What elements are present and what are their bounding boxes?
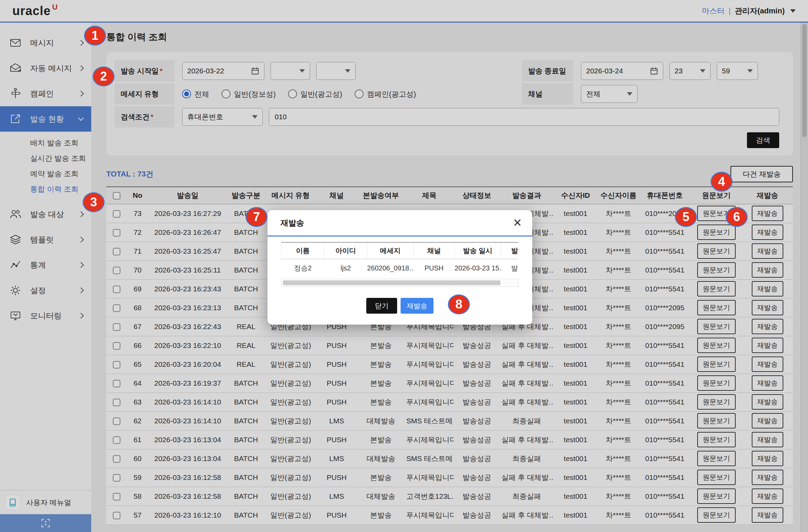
sidebar-item-monitoring[interactable]: 모니터링 (0, 303, 91, 328)
sidebar-item-batch-send[interactable]: 배치 발송 조회 (0, 135, 91, 150)
view-original-button[interactable]: 원문보기 (697, 488, 736, 504)
row-resend-button[interactable]: 재발송 (752, 206, 783, 221)
row-checkbox[interactable] (113, 493, 120, 500)
radio-general-ad[interactable]: 일반(광고성) (288, 89, 342, 99)
bulk-resend-button[interactable]: 다건 재발송 (730, 166, 793, 182)
view-original-button[interactable]: 원문보기 (697, 319, 736, 334)
row-checkbox[interactable] (113, 304, 120, 312)
end-hour-select[interactable]: 23 (669, 62, 711, 80)
row-resend-button[interactable]: 재발송 (752, 470, 783, 485)
search-button[interactable]: 검색 (747, 132, 779, 148)
sidebar-item-label: 모니터링 (30, 311, 79, 321)
sidebar-item-campaign[interactable]: 캠페인 (0, 81, 91, 106)
search-condition-select[interactable]: 휴대폰번호 (182, 108, 263, 126)
row-checkbox[interactable] (113, 455, 120, 463)
column-header: 발송일 (148, 187, 227, 204)
view-original-button[interactable]: 원문보기 (697, 281, 736, 297)
row-resend-button[interactable]: 재발송 (752, 281, 783, 297)
view-original-button[interactable]: 원문보기 (697, 300, 736, 315)
row-resend-button[interactable]: 재발송 (752, 488, 783, 504)
sidebar-item-statistics[interactable]: 통계 (0, 252, 91, 278)
sidebar-collapse-bar[interactable] (0, 514, 91, 532)
row-resend-button[interactable]: 재발송 (752, 225, 783, 240)
row-checkbox[interactable] (113, 436, 120, 444)
row-checkbox[interactable] (113, 361, 120, 368)
sidebar-item-message[interactable]: 메시지 (0, 30, 91, 56)
row-checkbox[interactable] (113, 229, 120, 237)
view-original-button[interactable]: 원문보기 (697, 243, 736, 259)
view-original-button[interactable]: 원문보기 (697, 432, 736, 447)
radio-general-info[interactable]: 일반(정보성) (222, 89, 276, 99)
auto-envelope-icon (10, 62, 21, 74)
sidebar-item-realtime-send[interactable]: 실시간 발송 조회 (0, 150, 91, 166)
sidebar-item-auto-message[interactable]: 자동 메시지 (0, 56, 91, 81)
page-scrollbar[interactable] (800, 23, 808, 532)
cell-checkbox (106, 279, 127, 298)
view-original-button[interactable]: 원문보기 (697, 225, 736, 240)
admin-user-label[interactable]: 관리자(admin) (735, 6, 785, 16)
row-resend-button[interactable]: 재발송 (752, 432, 783, 447)
radio-all[interactable]: 전체 (182, 89, 209, 99)
row-checkbox[interactable] (113, 210, 120, 218)
cell-no: 73 (127, 204, 148, 223)
row-checkbox[interactable] (113, 267, 120, 274)
view-original-button[interactable]: 원문보기 (697, 451, 736, 466)
user-dropdown-caret-icon[interactable] (790, 9, 796, 13)
close-icon[interactable]: ✕ (513, 217, 522, 228)
sidebar-item-unified-history[interactable]: 통합 이력 조회 (0, 181, 91, 197)
search-text-input[interactable] (269, 108, 779, 126)
select-all-checkbox[interactable] (113, 192, 120, 200)
view-original-button[interactable]: 원문보기 (697, 262, 736, 278)
view-original-button[interactable]: 원문보기 (697, 507, 736, 523)
view-original-button[interactable]: 원문보기 (697, 470, 736, 485)
row-resend-button[interactable]: 재발송 (752, 262, 783, 278)
row-resend-button[interactable]: 재발송 (752, 413, 783, 428)
modal-close-button[interactable]: 닫기 (366, 298, 397, 314)
row-resend-button[interactable]: 재발송 (752, 375, 783, 391)
row-checkbox[interactable] (113, 286, 120, 293)
row-resend-button[interactable]: 재발송 (752, 356, 783, 372)
annotation-badge-6: 6 (726, 207, 748, 227)
modal-resend-button[interactable]: 재발송 (401, 298, 433, 314)
modal-horizontal-scrollbar[interactable] (281, 279, 519, 287)
row-checkbox[interactable] (113, 248, 120, 255)
row-resend-button[interactable]: 재발송 (752, 338, 783, 353)
radio-icon (288, 89, 297, 98)
sidebar-item-send-target[interactable]: 발송 대상 (0, 202, 91, 227)
row-resend-button[interactable]: 재발송 (752, 507, 783, 523)
row-checkbox[interactable] (113, 399, 120, 406)
row-resend-button[interactable]: 재발송 (752, 300, 783, 315)
sidebar-item-send-status[interactable]: 발송 현황 (0, 106, 91, 132)
master-link[interactable]: 마스터 (702, 6, 725, 16)
user-manual-row[interactable]: 사용자 메뉴얼 (0, 490, 91, 514)
view-original-button[interactable]: 원문보기 (697, 413, 736, 428)
start-minute-select[interactable] (316, 62, 356, 80)
row-resend-button[interactable]: 재발송 (752, 243, 783, 259)
modal-scrollbar-thumb[interactable] (283, 280, 500, 285)
channel-select[interactable]: 전체 (581, 85, 638, 103)
view-original-button[interactable]: 원문보기 (697, 338, 736, 353)
end-minute-select[interactable]: 59 (717, 62, 758, 80)
end-date-input[interactable]: 2026-03-24 (581, 62, 663, 80)
row-checkbox[interactable] (113, 474, 120, 482)
row-checkbox[interactable] (113, 342, 120, 350)
row-resend-button[interactable]: 재발송 (752, 451, 783, 466)
sidebar-item-template[interactable]: 템플릿 (0, 227, 91, 252)
scrollbar-thumb[interactable] (802, 24, 807, 137)
row-checkbox[interactable] (113, 418, 120, 425)
sidebar-item-reserved-send[interactable]: 예약 발송 조회 (0, 166, 91, 181)
view-original-button[interactable]: 원문보기 (697, 356, 736, 372)
row-checkbox[interactable] (113, 512, 120, 519)
start-hour-select[interactable] (271, 62, 310, 80)
row-checkbox[interactable] (113, 380, 120, 387)
start-date-input[interactable]: 2026-03-22 (182, 62, 264, 80)
sidebar-item-settings[interactable]: 설정 (0, 278, 91, 303)
row-resend-button[interactable]: 재발송 (752, 319, 783, 334)
view-original-button[interactable]: 원문보기 (697, 394, 736, 410)
cell-view: 원문보기 (691, 468, 742, 487)
view-original-button[interactable]: 원문보기 (697, 375, 736, 391)
row-resend-button[interactable]: 재발송 (752, 394, 783, 410)
radio-campaign-ad[interactable]: 캠페인(광고성) (355, 89, 416, 99)
row-checkbox[interactable] (113, 323, 120, 331)
cell-channel: PUSH (317, 468, 357, 487)
